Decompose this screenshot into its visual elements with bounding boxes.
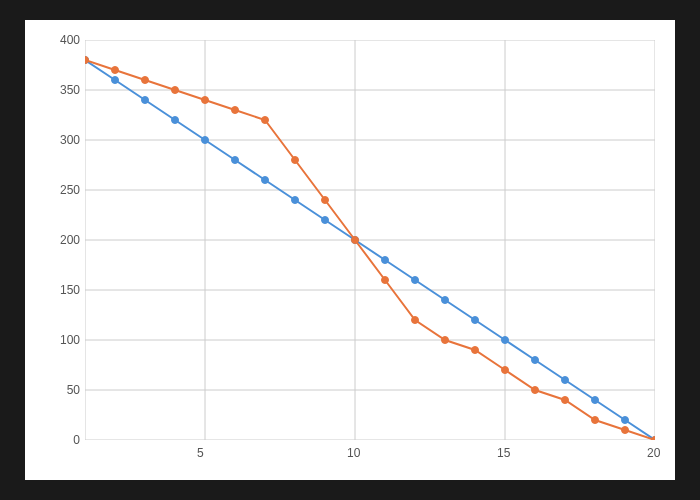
data-point [262,177,269,184]
y-tick-label: 250 [50,183,80,197]
data-point [202,137,209,144]
y-tick-label: 50 [50,383,80,397]
data-point [472,347,479,354]
data-point [502,337,509,344]
gridlines [85,40,655,440]
data-point [202,97,209,104]
y-tick-label: 150 [50,283,80,297]
data-series [85,57,655,441]
data-point [322,217,329,224]
y-tick-label: 100 [50,333,80,347]
x-tick-label: 20 [647,446,660,460]
data-point [292,197,299,204]
data-point [382,277,389,284]
chart-plot [85,40,655,440]
y-tick-label: 0 [50,433,80,447]
x-tick-label: 15 [497,446,510,460]
data-point [112,77,119,84]
x-tick-label: 10 [347,446,360,460]
y-tick-label: 200 [50,233,80,247]
data-point [382,257,389,264]
data-point [502,367,509,374]
data-point [322,197,329,204]
data-point [532,357,539,364]
data-point [142,97,149,104]
data-point [172,87,179,94]
data-point [442,297,449,304]
data-point [352,237,359,244]
data-point [292,157,299,164]
y-tick-label: 300 [50,133,80,147]
y-tick-label: 350 [50,83,80,97]
data-point [412,277,419,284]
data-point [442,337,449,344]
data-point [412,317,419,324]
data-point [232,107,239,114]
x-tick-label: 5 [197,446,204,460]
data-point [472,317,479,324]
data-point [622,427,629,434]
chart-frame: 050100150200250300350400 5101520 [25,20,675,480]
data-point [85,57,89,64]
y-tick-label: 400 [50,33,80,47]
data-point [232,157,239,164]
series-line [85,60,655,440]
data-point [112,67,119,74]
data-point [262,117,269,124]
data-point [172,117,179,124]
data-point [142,77,149,84]
data-point [622,417,629,424]
data-point [562,377,569,384]
data-point [562,397,569,404]
data-point [532,387,539,394]
data-point [592,417,599,424]
data-point [592,397,599,404]
